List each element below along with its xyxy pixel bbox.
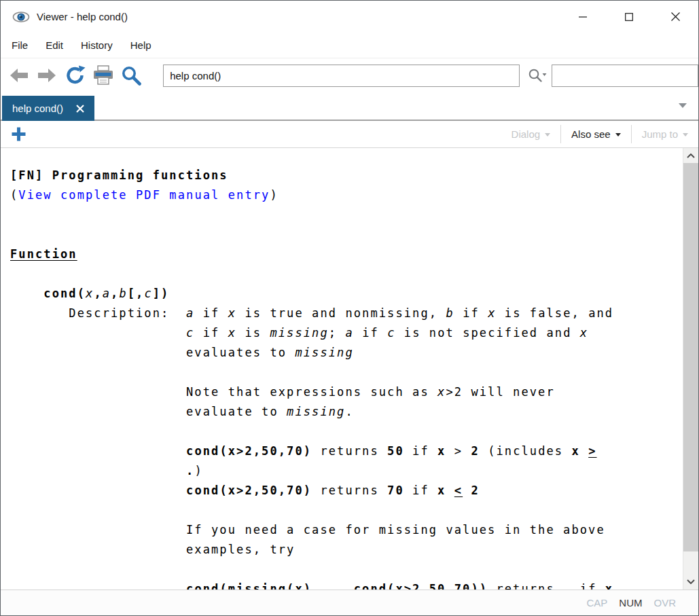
tab-help-cond[interactable]: help cond(): [2, 96, 94, 121]
address-input[interactable]: [163, 65, 519, 87]
status-bar: CAP NUM OVR: [1, 590, 698, 615]
back-button[interactable]: [6, 62, 31, 88]
close-icon: [671, 12, 680, 21]
also-see-button[interactable]: Also see: [561, 121, 631, 147]
viewer-window: Viewer - help cond() File Edit History H…: [0, 0, 699, 616]
back-arrow-icon: [9, 67, 29, 84]
eye-icon: [12, 10, 30, 24]
menu-history[interactable]: History: [72, 35, 122, 55]
menu-file[interactable]: File: [3, 35, 37, 55]
chevron-up-icon: [687, 153, 695, 158]
find-dropdown-icon[interactable]: [526, 64, 549, 87]
plus-icon: [10, 126, 27, 143]
scrollbar-thumb[interactable]: [683, 163, 698, 551]
toolbar: [1, 58, 698, 92]
maximize-button[interactable]: [606, 1, 652, 33]
minimize-button[interactable]: [560, 1, 606, 33]
tab-strip: help cond(): [1, 92, 698, 121]
jump-to-button[interactable]: Jump to: [632, 121, 698, 147]
dialog-button-label: Dialog: [512, 128, 541, 140]
tab-close-icon: [76, 105, 84, 113]
scroll-down-button[interactable]: [683, 575, 698, 589]
search-icon: [121, 65, 141, 86]
chevron-down-icon: [545, 133, 550, 137]
menu-help[interactable]: Help: [122, 35, 160, 55]
vertical-scrollbar[interactable]: [683, 148, 698, 590]
refresh-icon: [65, 65, 86, 86]
refresh-button[interactable]: [62, 62, 88, 88]
scroll-up-button[interactable]: [683, 149, 698, 163]
close-button[interactable]: [652, 1, 698, 33]
jump-to-button-label: Jump to: [642, 128, 678, 140]
tab-close-button[interactable]: [76, 105, 84, 113]
action-bar: Dialog Also see Jump to: [1, 121, 698, 148]
print-button[interactable]: [90, 62, 115, 88]
forward-arrow-icon: [37, 67, 57, 84]
menu-bar: File Edit History Help: [1, 33, 698, 58]
tab-label: help cond(): [12, 103, 63, 114]
title-bar: Viewer - help cond(): [1, 1, 698, 33]
num-lock-indicator: NUM: [619, 597, 642, 609]
new-tab-button[interactable]: [5, 122, 32, 147]
overwrite-indicator: OVR: [653, 597, 676, 609]
also-see-button-label: Also see: [571, 128, 611, 140]
help-text: [FN] Programming functions (View complet…: [1, 148, 683, 590]
forward-button[interactable]: [34, 62, 59, 88]
find-input[interactable]: [552, 65, 698, 87]
minimize-icon: [579, 13, 587, 21]
chevron-down-icon: [687, 579, 695, 584]
search-button[interactable]: [119, 62, 144, 88]
pdf-manual-link[interactable]: View complete PDF manual entry: [18, 188, 270, 202]
help-content-area: [FN] Programming functions (View complet…: [1, 148, 698, 590]
dialog-button[interactable]: Dialog: [501, 121, 561, 147]
maximize-icon: [625, 13, 633, 21]
menu-edit[interactable]: Edit: [37, 35, 72, 55]
chevron-down-icon: [683, 133, 688, 137]
tab-list-dropdown-icon[interactable]: [679, 103, 687, 108]
window-title: Viewer - help cond(): [37, 11, 128, 22]
caps-lock-indicator: CAP: [586, 597, 607, 609]
print-icon: [92, 65, 114, 86]
chevron-down-icon: [615, 133, 621, 137]
